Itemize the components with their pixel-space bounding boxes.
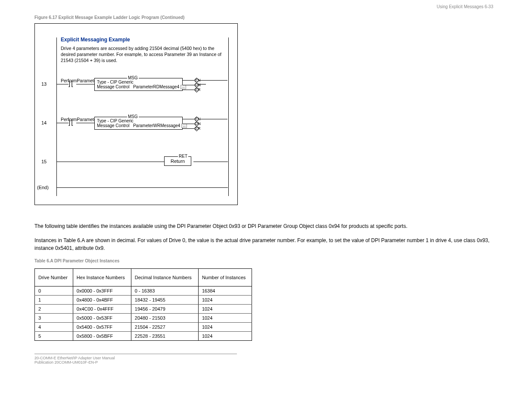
paragraph-1: The following table identifies the insta… [34, 222, 498, 230]
msg-type: Type - CIP Generic [97, 80, 180, 84]
table-row: 50x5800 - 0x5BFF22528 - 235511024 [35, 332, 252, 341]
th-count: Number of Instances [198, 269, 252, 286]
right-rail [228, 37, 229, 196]
xic-icon: ] [ [68, 80, 73, 87]
instance-table: Drive Number Hex Instance Numbers Decima… [34, 268, 252, 341]
msg-instruction: MSG Type - CIP Generic Message Control P… [94, 117, 183, 130]
ret-instruction: RET Return [164, 156, 191, 166]
heading: Explicit Messaging Example [61, 37, 226, 43]
left-rail [56, 37, 57, 196]
th-hex: Hex Instance Numbers [73, 269, 131, 286]
table-row: 10x4800 - 0x4BFF18432 - 194551024 [35, 296, 252, 305]
ret-title: RET [178, 154, 188, 159]
table-row: 20x4C00 - 0x4FFF19456 - 204791024 [35, 305, 252, 314]
table-row: 30x5000 - 0x53FF20480 - 215031024 [35, 314, 252, 323]
th-dec: Decimal Instance Numbers [131, 269, 198, 286]
rung13-num: 13 [41, 81, 47, 87]
msg-control: Message Control ParameterWRMessage4 ... [97, 123, 180, 128]
page-header: Using Explicit Messages 6-33 [437, 4, 493, 9]
er-label: ER [195, 87, 201, 92]
heading-block: Explicit Messaging Example Drive 4 param… [61, 37, 226, 64]
msg-instruction: MSG Type - CIP Generic Message Control P… [94, 78, 183, 91]
msg-type: Type - CIP Generic [97, 118, 180, 123]
page: Using Explicit Messages 6-33 Figure 6.17… [0, 0, 532, 382]
rung15-num: 15 [41, 159, 47, 164]
table-caption: Table 6.A DPI Parameter Object Instances [34, 258, 498, 263]
ellipsis-button[interactable]: ... [180, 85, 186, 89]
ladder-diagram: Explicit Messaging Example Drive 4 param… [34, 23, 238, 205]
table-row: 40x5400 - 0x57FF21504 - 225271024 [35, 323, 252, 332]
rung14-num: 14 [41, 120, 47, 125]
msg-control: Message Control ParameterRDMessage4 ... [97, 84, 180, 89]
table-row: 00x0000 - 0x3FFF0 - 1638316384 [35, 286, 252, 296]
end-label: (End) [37, 185, 49, 190]
msg-title: MSG [127, 114, 139, 119]
footer-text: 20-COMM-E EtherNet/IP Adapter User Manua… [34, 356, 498, 364]
figure-caption: Figure 6.17 Explicit Message Example Lad… [34, 15, 498, 20]
table-header-row: Drive Number Hex Instance Numbers Decima… [35, 269, 252, 286]
dn-label: DN [195, 121, 201, 126]
th-drive: Drive Number [35, 269, 73, 286]
msg-title: MSG [127, 75, 139, 80]
ellipsis-button[interactable]: ... [181, 124, 187, 128]
xic-icon: ] [ [68, 118, 73, 126]
footer-rule [34, 354, 237, 354]
body-text: Drive 4 parameters are accessed by addin… [61, 45, 226, 64]
er-label: ER [195, 126, 201, 131]
paragraph-2: Instances in Table 6.A are shown in deci… [34, 237, 498, 252]
ret-text: Return [171, 159, 185, 164]
